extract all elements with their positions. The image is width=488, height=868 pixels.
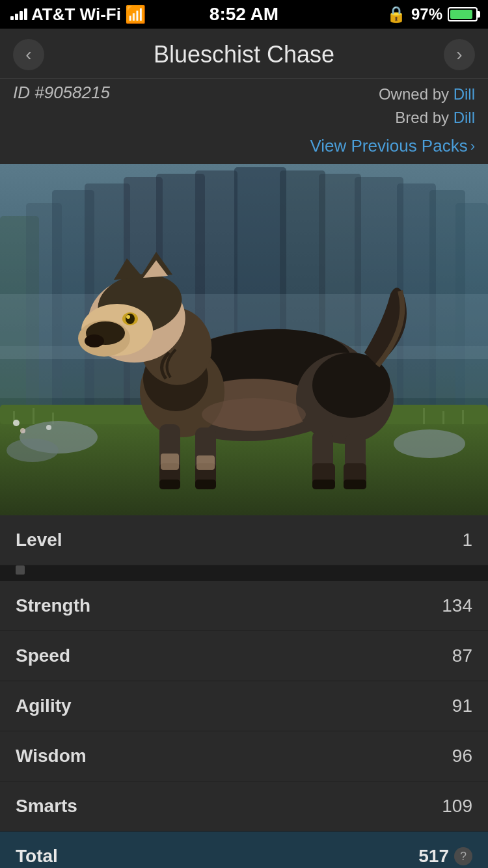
- svg-point-26: [394, 429, 465, 458]
- svg-point-44: [126, 314, 135, 324]
- bred-by-label: Bred by: [395, 109, 449, 126]
- forward-arrow-icon: ›: [456, 44, 462, 65]
- owned-by-user[interactable]: Dill: [454, 85, 475, 103]
- strength-row: Strength 134: [0, 581, 488, 631]
- view-previous-packs-link[interactable]: View Previous Packs ›: [310, 136, 475, 156]
- xp-bar-fill: [16, 565, 25, 575]
- strength-value: 134: [442, 595, 472, 616]
- view-packs-label: View Previous Packs: [310, 136, 467, 156]
- xp-bar-container: [0, 565, 488, 581]
- wolf-id: ID #9058215: [13, 83, 110, 103]
- header: ‹ Blueschist Chase ›: [0, 29, 488, 79]
- back-arrow-icon: ‹: [25, 44, 31, 65]
- svg-point-63: [20, 428, 25, 433]
- lock-icon: 🔒: [386, 5, 406, 23]
- status-left: AT&T Wi-Fi 📶: [10, 5, 146, 25]
- svg-point-62: [46, 425, 51, 430]
- xp-bar-track: [16, 565, 472, 575]
- svg-point-60: [202, 398, 306, 431]
- speed-value: 87: [452, 645, 472, 666]
- status-bar: AT&T Wi-Fi 📶 8:52 AM 🔒 97%: [0, 0, 488, 29]
- wisdom-label: Wisdom: [16, 746, 87, 766]
- svg-rect-22: [423, 408, 425, 424]
- total-value: 517: [418, 846, 449, 867]
- svg-point-45: [126, 315, 130, 319]
- total-row: Total 517 ?: [0, 832, 488, 868]
- bred-by-row: Bred by Dill: [379, 106, 475, 129]
- level-row: Level 1: [0, 515, 488, 565]
- wisdom-row: Wisdom 96: [0, 731, 488, 781]
- level-label: Level: [16, 530, 62, 550]
- help-question-mark: ?: [460, 850, 467, 863]
- ownership-info: Owned by Dill Bred by Dill: [379, 83, 475, 129]
- agility-label: Agility: [16, 696, 72, 716]
- svg-rect-59: [197, 455, 215, 470]
- svg-rect-54: [159, 480, 180, 489]
- bred-by-user[interactable]: Dill: [454, 109, 475, 126]
- status-time: 8:52 AM: [210, 4, 278, 25]
- svg-rect-20: [33, 408, 34, 424]
- agility-value: 91: [452, 696, 472, 716]
- page-title: Blueschist Chase: [44, 41, 444, 68]
- svg-rect-55: [195, 480, 216, 489]
- svg-rect-58: [161, 454, 179, 470]
- agility-row: Agility 91: [0, 681, 488, 731]
- strength-label: Strength: [16, 595, 90, 616]
- speed-label: Speed: [16, 645, 70, 666]
- svg-point-27: [7, 439, 59, 462]
- smarts-label: Smarts: [16, 796, 77, 817]
- smarts-value: 109: [442, 796, 472, 817]
- battery-percent: 97%: [411, 5, 442, 23]
- battery-icon: [448, 7, 478, 21]
- svg-point-42: [85, 334, 104, 347]
- info-row: ID #9058215 Owned by Dill Bred by Dill: [0, 79, 488, 136]
- battery-fill: [450, 10, 472, 19]
- svg-rect-23: [442, 411, 444, 424]
- total-label: Total: [16, 846, 58, 867]
- help-icon[interactable]: ?: [454, 847, 472, 865]
- signal-bars-icon: [10, 8, 27, 20]
- status-right: 🔒 97%: [386, 5, 478, 23]
- view-previous-packs-row: View Previous Packs ›: [0, 136, 488, 164]
- stats-section: Level 1 Strength 134 Speed 87 Agility 91…: [0, 515, 488, 868]
- forward-button[interactable]: ›: [444, 39, 475, 70]
- wisdom-value: 96: [452, 746, 472, 766]
- chevron-right-icon: ›: [470, 138, 475, 155]
- svg-rect-24: [462, 410, 464, 424]
- svg-rect-57: [344, 480, 366, 489]
- speed-row: Speed 87: [0, 631, 488, 681]
- owned-by-label: Owned by: [379, 85, 449, 103]
- wolf-image: [0, 164, 488, 515]
- wifi-icon: 📶: [125, 5, 146, 25]
- owned-by-row: Owned by Dill: [379, 83, 475, 106]
- smarts-row: Smarts 109: [0, 781, 488, 832]
- svg-point-61: [13, 420, 20, 426]
- svg-rect-56: [312, 480, 335, 489]
- wolf-scene-svg: [0, 164, 488, 515]
- back-button[interactable]: ‹: [13, 39, 44, 70]
- level-value: 1: [462, 530, 472, 550]
- total-value-group: 517 ?: [418, 846, 472, 867]
- carrier-label: AT&T Wi-Fi: [31, 5, 121, 25]
